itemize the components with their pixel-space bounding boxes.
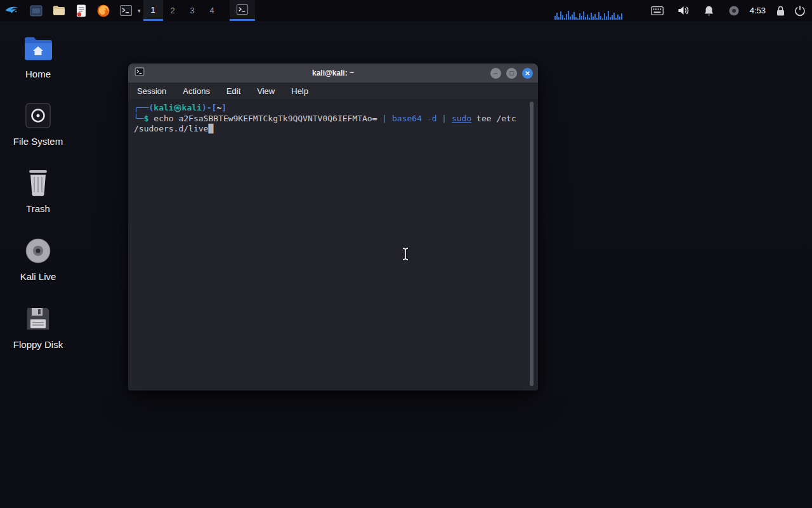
desktop-icon-trash[interactable]: Trash (5, 168, 71, 214)
desktop-icon-label: Trash (26, 203, 50, 214)
desktop-icon-home[interactable]: Home (5, 33, 71, 79)
kali-logo-icon (4, 3, 20, 18)
volume-icon (678, 5, 690, 16)
maximize-button[interactable]: ▢ (506, 68, 517, 79)
desktop: ▾ 1 2 3 4 (0, 0, 812, 508)
top-panel: ▾ 1 2 3 4 (0, 0, 812, 21)
desktop-icon-floppy-disk[interactable]: Floppy Disk (5, 304, 71, 350)
lock-icon (776, 5, 785, 17)
terminal-scrollbar[interactable] (530, 102, 534, 386)
workspace-3-label: 3 (190, 6, 194, 15)
bell-icon (704, 5, 714, 17)
taskbar-terminal-window-button[interactable] (230, 0, 255, 21)
mouse-cursor-ibeam (401, 247, 410, 264)
kali-applications-menu-button[interactable] (0, 0, 25, 21)
firefox-icon (96, 4, 110, 18)
desktop-icon-kali-live[interactable]: Kali Live (5, 236, 71, 282)
workspace-1-label: 1 (150, 5, 155, 15)
terminal-menubar: Session Actions Edit View Help (128, 83, 538, 99)
workspace-4-label: 4 (209, 6, 214, 15)
workspace-button-3[interactable]: 3 (183, 0, 202, 21)
status-circle-button[interactable] (724, 0, 744, 21)
terminal-line: ┌──(kali㉿kali)-[~] (134, 103, 532, 114)
menu-help[interactable]: Help (291, 86, 308, 96)
menu-edit[interactable]: Edit (226, 86, 240, 96)
terminal-window-icon (236, 3, 249, 16)
clock-label: 4:53 (750, 6, 766, 15)
workspace-2-label: 2 (170, 6, 174, 15)
lock-screen-button[interactable] (771, 0, 790, 21)
terminal-output[interactable]: ┌──(kali㉿kali)-[~]└─$ echo a2FsaSBBTEw9K… (128, 99, 538, 391)
desktop-icon-file-system[interactable]: File System (5, 100, 71, 147)
terminal-line: └─$ echo a2FsaSBBTEw9KEFMTCkgTk9QQVNTV0Q… (134, 114, 532, 124)
launcher-firefox[interactable] (92, 0, 115, 21)
file-system-drive-icon (23, 100, 53, 131)
keyboard-indicator-button[interactable] (646, 0, 668, 21)
terminal-window: kali@kali: ~ – ▢ ✕ Session Actions Edit … (128, 64, 538, 391)
power-icon (794, 5, 806, 17)
launcher-text-editor[interactable] (70, 0, 92, 21)
menu-actions[interactable]: Actions (183, 86, 210, 96)
activity-graph[interactable] (552, 0, 625, 21)
notifications-button[interactable] (699, 0, 719, 21)
desktop-icon-label: Floppy Disk (13, 339, 63, 350)
cdrom-disc-icon (23, 236, 53, 266)
terminal-titlebar[interactable]: kali@kali: ~ – ▢ ✕ (128, 64, 538, 83)
launcher-terminal[interactable] (115, 0, 137, 21)
window-title: kali@kali: ~ (128, 69, 538, 77)
floppy-disk-icon (23, 304, 53, 334)
close-button[interactable]: ✕ (522, 68, 533, 79)
trash-icon (23, 168, 53, 198)
keyboard-icon (651, 6, 664, 15)
window-controls: – ▢ ✕ (490, 68, 533, 79)
clock[interactable]: 4:53 (744, 0, 771, 21)
launcher-files[interactable] (48, 0, 70, 21)
panel-left-group: ▾ 1 2 3 4 (0, 0, 255, 21)
logout-button[interactable] (790, 0, 812, 21)
desktop-icon-label: Kali Live (20, 271, 56, 282)
workspace-button-1[interactable]: 1 (143, 0, 163, 21)
terminal-line: /sudoers.d/live█ (134, 124, 532, 135)
home-folder-icon (23, 33, 53, 64)
desktop-icon-label: Home (25, 69, 51, 79)
menu-view[interactable]: View (257, 86, 275, 96)
volume-button[interactable] (673, 0, 694, 21)
folder-icon (52, 4, 66, 18)
terminal-icon (119, 4, 133, 17)
file-manager-icon (29, 4, 43, 18)
menu-session[interactable]: Session (137, 86, 166, 96)
minimize-button[interactable]: – (490, 68, 501, 79)
desktop-icon-label: File System (13, 136, 63, 147)
workspace-button-2[interactable]: 2 (163, 0, 183, 21)
workspace-button-4[interactable]: 4 (202, 0, 222, 21)
launcher-file-manager[interactable] (25, 0, 48, 21)
terminal-dropdown-chevron[interactable]: ▾ (137, 0, 143, 21)
text-editor-icon (75, 4, 88, 18)
panel-right-group: 4:53 (552, 0, 812, 21)
status-circle-icon (728, 5, 740, 17)
